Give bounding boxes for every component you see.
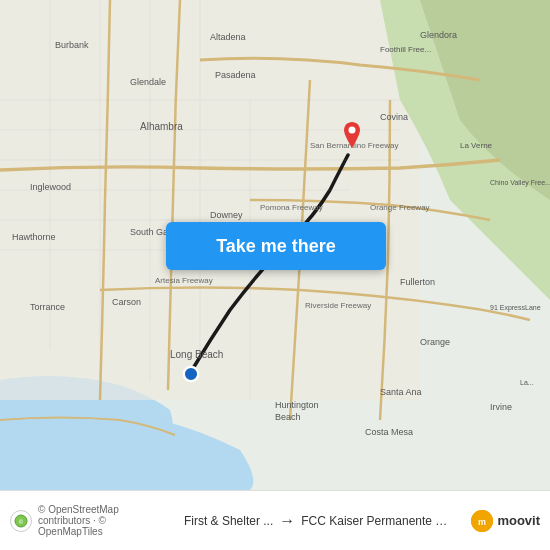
svg-text:Long Beach: Long Beach — [170, 349, 223, 360]
svg-text:m: m — [478, 517, 486, 527]
svg-text:Carson: Carson — [112, 297, 141, 307]
svg-text:©: © — [19, 519, 24, 525]
take-me-there-button[interactable]: Take me there — [166, 222, 386, 270]
footer-route: First & Shelter ... → FCC Kaiser Permane… — [164, 512, 472, 530]
svg-text:Orange: Orange — [420, 337, 450, 347]
to-label: FCC Kaiser Permanente Baldwin ... — [301, 514, 451, 528]
svg-text:Hawthorne: Hawthorne — [12, 232, 56, 242]
footer-attribution: © OpenStreetMap contributors · © OpenMap… — [38, 504, 164, 537]
moovit-text: moovit — [497, 513, 540, 528]
svg-text:Foothill Free...: Foothill Free... — [380, 45, 431, 54]
svg-text:Glendora: Glendora — [420, 30, 457, 40]
svg-text:La Verne: La Verne — [460, 141, 493, 150]
svg-text:Covina: Covina — [380, 112, 408, 122]
svg-text:Orange Freeway: Orange Freeway — [370, 203, 430, 212]
svg-text:Beach: Beach — [275, 412, 301, 422]
moovit-logo-icon: m — [471, 510, 493, 532]
osm-logo: © — [10, 510, 32, 532]
svg-text:Burbank: Burbank — [55, 40, 89, 50]
svg-text:Downey: Downey — [210, 210, 243, 220]
svg-point-44 — [349, 127, 356, 134]
svg-text:Alhambra: Alhambra — [140, 121, 183, 132]
svg-text:Altadena: Altadena — [210, 32, 246, 42]
svg-text:Glendale: Glendale — [130, 77, 166, 87]
svg-text:Irvine: Irvine — [490, 402, 512, 412]
destination-pin — [340, 122, 364, 146]
svg-text:Pasadena: Pasadena — [215, 70, 256, 80]
svg-text:Huntington: Huntington — [275, 400, 319, 410]
svg-text:Inglewood: Inglewood — [30, 182, 71, 192]
moovit-logo: m moovit — [471, 510, 540, 532]
svg-text:Pomona Freeway: Pomona Freeway — [260, 203, 323, 212]
svg-text:Fullerton: Fullerton — [400, 277, 435, 287]
svg-text:Costa Mesa: Costa Mesa — [365, 427, 413, 437]
svg-text:Torrance: Torrance — [30, 302, 65, 312]
svg-text:La...: La... — [520, 379, 534, 386]
svg-text:Chino Valley Free...: Chino Valley Free... — [490, 179, 550, 187]
footer-bar: © © OpenStreetMap contributors · © OpenM… — [0, 490, 550, 550]
route-arrow: → — [279, 512, 295, 530]
svg-text:Riverside Freeway: Riverside Freeway — [305, 301, 371, 310]
svg-text:Artesia Freeway: Artesia Freeway — [155, 276, 213, 285]
from-label: First & Shelter ... — [184, 514, 273, 528]
map-container[interactable]: Burbank Altadena Glendale Pasadena Footh… — [0, 0, 550, 490]
footer-left: © © OpenStreetMap contributors · © OpenM… — [10, 504, 164, 537]
svg-text:Santa Ana: Santa Ana — [380, 387, 422, 397]
svg-point-45 — [184, 367, 198, 381]
svg-text:91 ExpressLane: 91 ExpressLane — [490, 304, 541, 312]
origin-pin — [182, 365, 200, 383]
